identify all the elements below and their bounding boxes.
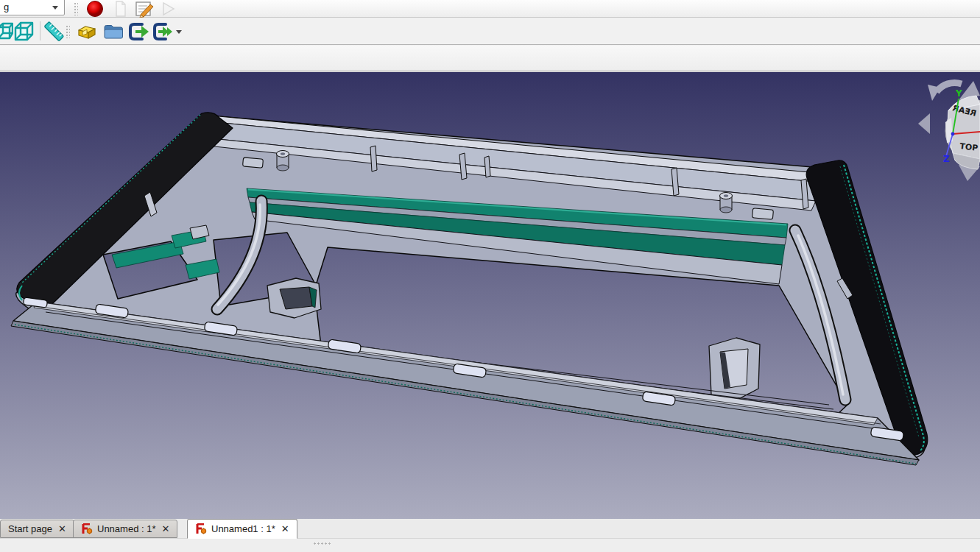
mdi-area-strip (0, 46, 980, 71)
toolbar-drag-handle[interactable] (74, 2, 78, 15)
edit-macro-button[interactable] (135, 0, 154, 18)
folder-icon (102, 21, 124, 43)
export-options-button[interactable] (152, 21, 174, 43)
freecad-window: g (0, 0, 980, 552)
pocket-right (709, 338, 760, 402)
tab-unnamed1-active[interactable]: Unnamed1 : 1* ✕ (187, 519, 297, 539)
axis-origin (951, 132, 955, 136)
record-macro-button[interactable] (85, 0, 105, 18)
clip (243, 158, 264, 168)
edit-macro-icon (135, 0, 154, 18)
y-axis-label: Y (955, 88, 962, 99)
macro-toolbar: g (0, 0, 980, 18)
export-dropdown-arrow-icon[interactable] (176, 30, 182, 34)
isometric-view-button[interactable] (13, 21, 35, 43)
stop-macro-icon (111, 0, 129, 18)
tab-label: Start page (8, 523, 52, 534)
isometric-cube-icon (13, 21, 35, 43)
export-button[interactable] (127, 21, 149, 43)
view-toolbar (0, 18, 980, 45)
export-arrow-icon (127, 21, 149, 43)
3d-viewport[interactable]: REAR TOP Y Z (0, 72, 980, 519)
record-macro-icon (86, 0, 104, 18)
freecad-doc-icon (81, 523, 93, 535)
tab-label: Unnamed1 : 1* (211, 523, 275, 534)
screw-boss (277, 151, 289, 171)
tab-close-icon[interactable]: ✕ (58, 523, 66, 534)
workbench-selector-value: g (4, 1, 9, 13)
document-tab-bar: Start page ✕ Unnamed : 1* ✕ Unnamed1 : 1… (0, 519, 980, 538)
axonometric-cube-icon (0, 21, 13, 43)
toolbar-drag-handle[interactable] (66, 25, 70, 38)
open-folder-button[interactable] (102, 21, 124, 43)
tab-close-icon[interactable]: ✕ (281, 523, 289, 534)
run-macro-button (158, 0, 177, 18)
splitter-grip[interactable] (313, 542, 332, 545)
screw-boss (720, 193, 733, 213)
import-part-button[interactable] (76, 21, 98, 43)
pocket-left (267, 278, 321, 318)
clip (752, 208, 773, 219)
dropdown-arrow-icon[interactable] (52, 6, 58, 10)
measure-button[interactable] (43, 21, 65, 43)
tab-start-page[interactable]: Start page ✕ (0, 520, 74, 538)
export-arrow-plus-icon (152, 21, 174, 43)
tab-unnamed[interactable]: Unnamed : 1* ✕ (73, 520, 177, 538)
workbench-selector[interactable]: g (0, 0, 65, 15)
tab-label: Unnamed : 1* (97, 523, 156, 534)
z-axis-label: Z (943, 154, 950, 164)
yellow-part-icon (76, 21, 98, 43)
run-macro-icon (158, 0, 176, 18)
status-bar (0, 538, 980, 552)
axonometric-view-button[interactable] (0, 21, 13, 43)
freecad-doc-icon (195, 523, 207, 535)
stop-macro-button (110, 0, 130, 18)
tab-close-icon[interactable]: ✕ (162, 523, 170, 534)
measure-ruler-icon (43, 21, 65, 43)
